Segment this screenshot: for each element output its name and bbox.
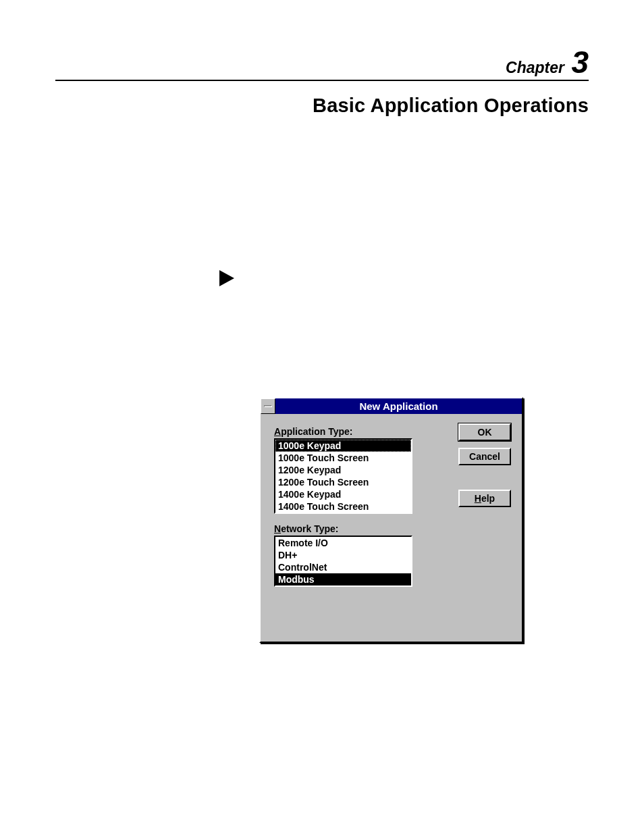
dialog-button-column: OK Cancel Help [458, 423, 511, 514]
ok-button[interactable]: OK [458, 423, 511, 441]
list-item[interactable]: 1000e Keypad [275, 440, 411, 452]
list-item[interactable]: DH+ [275, 549, 411, 561]
system-menu-button[interactable] [261, 398, 275, 414]
chapter-number: 3 [571, 45, 589, 80]
list-item[interactable]: ControlNet [275, 561, 411, 573]
list-item[interactable]: 1200e Touch Screen [275, 476, 411, 488]
list-item[interactable]: Modbus [275, 573, 411, 585]
header-rule [55, 80, 589, 81]
cancel-button[interactable]: Cancel [458, 448, 511, 465]
application-type-listbox[interactable]: 1000e Keypad 1000e Touch Screen 1200e Ke… [274, 438, 412, 514]
list-item[interactable]: 1200e Keypad [275, 464, 411, 476]
dialog-body: Application Type: 1000e Keypad 1000e Tou… [261, 414, 522, 599]
system-menu-icon [264, 405, 272, 407]
list-item[interactable]: Remote I/O [275, 537, 411, 549]
network-type-listbox[interactable]: Remote I/O DH+ ControlNet Modbus [274, 536, 412, 587]
list-item[interactable]: 1000e Touch Screen [275, 452, 411, 464]
new-application-dialog: New Application Application Type: 1000e … [259, 397, 523, 643]
dialog-titlebar: New Application [261, 398, 522, 414]
chapter-label: Chapter [506, 59, 564, 76]
pointer-triangle-icon [219, 270, 234, 286]
help-button[interactable]: Help [458, 490, 511, 507]
dialog-title: New Application [275, 398, 522, 414]
network-type-label: Network Type: [274, 523, 508, 534]
chapter-header: Chapter 3 [506, 44, 589, 80]
page-title: Basic Application Operations [313, 95, 589, 117]
page: Chapter 3 Basic Application Operations N… [0, 0, 644, 834]
list-item[interactable]: 1400e Touch Screen [275, 500, 411, 513]
list-item[interactable]: 1400e Keypad [275, 488, 411, 500]
